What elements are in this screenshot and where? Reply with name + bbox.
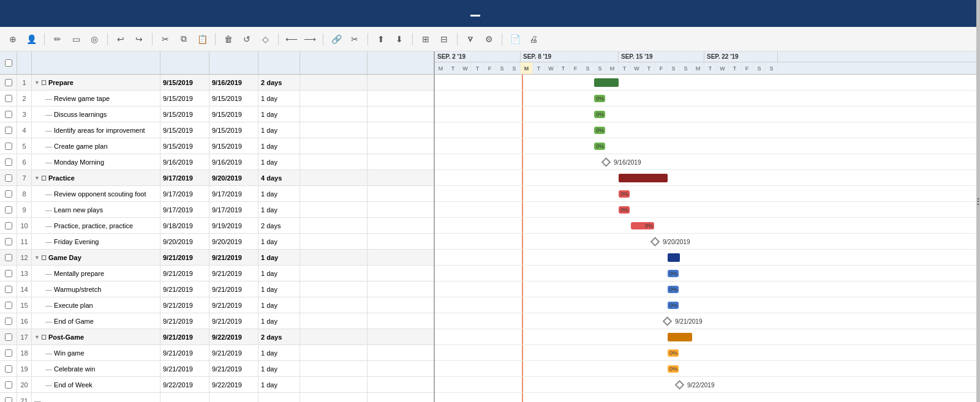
nav-calendar[interactable] — [529, 11, 539, 16]
panel-resize-handle[interactable]: ⋮ — [976, 51, 980, 402]
cell-checkbox[interactable] — [0, 377, 17, 392]
delete-button[interactable]: 🗑 — [221, 31, 236, 47]
settings-button[interactable]: ⚙ — [481, 31, 497, 47]
cell-checkbox[interactable] — [0, 250, 17, 265]
reset-button[interactable]: ↺ — [239, 31, 255, 47]
table-row[interactable]: 5 — Create game plan 9/15/2019 9/15/2019… — [0, 138, 434, 154]
cell-checkbox[interactable] — [0, 122, 17, 138]
circle-button[interactable]: ◎ — [86, 31, 102, 47]
filter-button[interactable]: ⛛ — [462, 31, 478, 47]
row-checkbox[interactable] — [5, 318, 12, 325]
report-button[interactable]: 📄 — [507, 31, 523, 47]
cell-checkbox[interactable] — [0, 91, 17, 106]
row-checkbox[interactable] — [5, 158, 12, 166]
cell-checkbox[interactable] — [0, 186, 17, 201]
row-checkbox[interactable] — [5, 206, 12, 214]
row-checkbox[interactable] — [5, 111, 12, 118]
cell-checkbox[interactable] — [0, 266, 17, 281]
col-header-all[interactable] — [0, 51, 17, 74]
cell-checkbox[interactable] — [0, 170, 17, 185]
row-checkbox[interactable] — [5, 238, 12, 245]
table-row[interactable]: 15 — Execute plan 9/21/2019 9/21/2019 1 … — [0, 297, 434, 313]
user-button[interactable]: 👤 — [23, 31, 39, 47]
row-checkbox[interactable] — [5, 127, 12, 134]
table-row[interactable]: 4 — Identify areas for improvement 9/15/… — [0, 122, 434, 138]
row-checkbox[interactable] — [5, 174, 12, 182]
table-row[interactable]: 2 — Review game tape 9/15/2019 9/15/2019… — [0, 91, 434, 106]
table-row[interactable]: 1 ▼◻ Prepare 9/15/2019 9/16/2019 2 days — [0, 75, 434, 91]
table-row[interactable]: 3 — Discuss learnings 9/15/2019 9/15/201… — [0, 106, 434, 122]
nav-board[interactable] — [441, 11, 451, 16]
redo-button[interactable]: ↪ — [131, 31, 147, 47]
group-collapse-icon[interactable]: ▼ — [34, 175, 40, 181]
paste-button[interactable]: 📋 — [194, 31, 210, 47]
row-checkbox[interactable] — [5, 95, 12, 102]
group-collapse-icon[interactable]: ▼ — [34, 255, 40, 261]
cell-checkbox[interactable] — [0, 106, 17, 122]
nav-dashboard[interactable] — [500, 11, 510, 16]
outdent-button[interactable]: ⟵ — [284, 31, 300, 47]
cell-checkbox[interactable] — [0, 313, 17, 329]
table-row[interactable]: 13 — Mentally prepare 9/21/2019 9/21/201… — [0, 266, 434, 281]
row-checkbox[interactable] — [5, 286, 12, 293]
table-row[interactable]: 21 — — [0, 393, 434, 402]
row-checkbox[interactable] — [5, 302, 12, 309]
table-row[interactable]: 6 — Monday Morning 9/16/2019 9/16/2019 1… — [0, 154, 434, 170]
link-button[interactable]: 🔗 — [328, 31, 344, 47]
row-checkbox[interactable] — [5, 270, 12, 277]
table-row[interactable]: 8 — Review opponent scouting foot 9/17/2… — [0, 186, 434, 202]
nav-list[interactable] — [412, 11, 421, 16]
nav-gantt[interactable] — [470, 11, 480, 17]
cell-checkbox[interactable] — [0, 361, 17, 376]
row-checkbox[interactable] — [5, 254, 12, 261]
row-checkbox[interactable] — [5, 333, 12, 341]
cell-checkbox[interactable] — [0, 154, 17, 169]
table-row[interactable]: 17 ▼◻ Post-Game 9/21/2019 9/22/2019 2 da… — [0, 329, 434, 345]
cell-checkbox[interactable] — [0, 234, 17, 249]
export-button[interactable]: ⬆ — [373, 31, 389, 47]
diamond-button[interactable]: ◇ — [257, 31, 273, 47]
import-button[interactable]: ⬇ — [391, 31, 407, 47]
indent-button[interactable]: ⟶ — [302, 31, 318, 47]
table-row[interactable]: 10 — Practice, practice, practice 9/18/2… — [0, 218, 434, 234]
cell-checkbox[interactable] — [0, 218, 17, 233]
copy-button[interactable]: ⧉ — [176, 31, 192, 47]
cell-checkbox[interactable] — [0, 202, 17, 217]
table-row[interactable]: 7 ▼◻ Practice 9/17/2019 9/20/2019 4 days — [0, 170, 434, 186]
row-checkbox[interactable] — [5, 397, 12, 403]
cut-button[interactable]: ✂ — [157, 31, 173, 47]
table-row[interactable]: 12 ▼◻ Game Day 9/21/2019 9/21/2019 1 day — [0, 250, 434, 266]
edit-button[interactable]: ✏ — [50, 31, 66, 47]
row-checkbox[interactable] — [5, 349, 12, 357]
table-row[interactable]: 9 — Learn new plays 9/17/2019 9/17/2019 … — [0, 202, 434, 218]
select-all-checkbox[interactable] — [5, 59, 12, 67]
cell-checkbox[interactable] — [0, 281, 17, 297]
cell-checkbox[interactable] — [0, 329, 17, 344]
add-button[interactable]: ⊕ — [5, 31, 21, 47]
cell-checkbox[interactable] — [0, 75, 17, 90]
shape-button[interactable]: ▭ — [68, 31, 84, 47]
cell-checkbox[interactable] — [0, 393, 17, 402]
row-checkbox[interactable] — [5, 222, 12, 229]
group-collapse-icon[interactable]: ▼ — [34, 80, 40, 86]
table-row[interactable]: 14 — Warmup/stretch 9/21/2019 9/21/2019 … — [0, 281, 434, 297]
unlink-button[interactable]: ✂ — [347, 31, 363, 47]
row-checkbox[interactable] — [5, 381, 12, 389]
grid-rows-button[interactable]: ⊟ — [436, 31, 452, 47]
group-collapse-icon[interactable]: ▼ — [34, 334, 40, 340]
grid-cols-button[interactable]: ⊞ — [418, 31, 434, 47]
row-checkbox[interactable] — [5, 143, 12, 150]
undo-button[interactable]: ↩ — [113, 31, 129, 47]
row-checkbox[interactable] — [5, 365, 12, 373]
table-row[interactable]: 20 — End of Week 9/22/2019 9/22/2019 1 d… — [0, 377, 434, 393]
row-checkbox[interactable] — [5, 79, 12, 86]
table-row[interactable]: 18 — Win game 9/21/2019 9/21/2019 1 day — [0, 345, 434, 361]
row-checkbox[interactable] — [5, 190, 12, 198]
cell-checkbox[interactable] — [0, 138, 17, 154]
cell-checkbox[interactable] — [0, 297, 17, 313]
print-button[interactable]: 🖨 — [526, 31, 541, 47]
table-row[interactable]: 19 — Celebrate win 9/21/2019 9/21/2019 1… — [0, 361, 434, 377]
nav-files[interactable] — [559, 11, 568, 16]
table-row[interactable]: 11 — Friday Evening 9/20/2019 9/20/2019 … — [0, 234, 434, 250]
table-row[interactable]: 16 — End of Game 9/21/2019 9/21/2019 1 d… — [0, 313, 434, 329]
